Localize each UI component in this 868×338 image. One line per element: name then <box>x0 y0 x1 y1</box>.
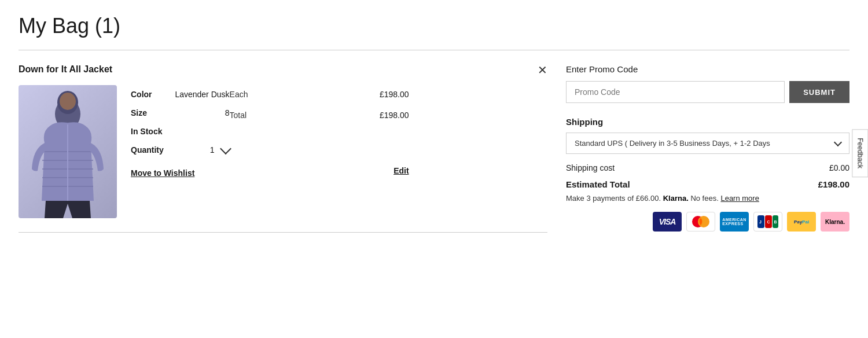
shipping-option-text: Standard UPS ( Delivery in 3-5 Business … <box>575 139 830 148</box>
total-price-row: Total £198.00 <box>230 111 409 120</box>
edit-button[interactable]: Edit <box>393 166 409 175</box>
svg-text:J: J <box>759 220 762 224</box>
product-details: Color Lavender Dusk Size 8 In Stock Quan… <box>131 85 230 218</box>
mastercard-icon <box>686 212 715 232</box>
pricing-column: Each £198.00 Total £198.00 Edit <box>230 85 409 218</box>
shipping-title: Shipping <box>566 117 849 127</box>
promo-submit-button[interactable]: SUBMIT <box>789 81 849 103</box>
klarna-brand: Klarna. <box>663 194 689 203</box>
amex-icon: AMERICANEXPRESS <box>720 212 749 232</box>
each-price-row: Each £198.00 <box>230 90 409 99</box>
promo-row: SUBMIT <box>566 81 849 103</box>
total-label: Total <box>230 111 247 120</box>
quantity-selector[interactable]: 1 <box>210 145 230 155</box>
product-image <box>19 85 117 218</box>
remove-item-button[interactable]: ✕ <box>538 64 547 76</box>
svg-text:B: B <box>774 220 777 224</box>
product-name: Down for It All Jacket <box>19 64 112 75</box>
payment-icons: VISA AMERICANEXPRESS J C <box>566 212 849 232</box>
feedback-label: Feedback <box>856 138 865 168</box>
cart-item-header: Down for It All Jacket ✕ <box>19 64 547 76</box>
klarna-info: Make 3 payments of £66.00. Klarna. No fe… <box>566 194 849 203</box>
move-to-wishlist-button[interactable]: Move to Wishlist <box>131 168 194 178</box>
each-label: Each <box>230 90 248 99</box>
size-label: Size <box>131 108 147 117</box>
shipping-chevron-icon <box>834 138 842 146</box>
klarna-no-fees: No fees. <box>690 194 718 203</box>
total-price: £198.00 <box>380 111 409 120</box>
klarna-payment-icon: Klarna. <box>821 212 849 232</box>
cart-item-body: Color Lavender Dusk Size 8 In Stock Quan… <box>19 85 230 218</box>
in-stock-label: In Stock <box>131 127 162 136</box>
jcb-icon: J C B <box>753 212 782 232</box>
shipping-cost-value: £0.00 <box>829 163 849 172</box>
shipping-option-selector[interactable]: Standard UPS ( Delivery in 3-5 Business … <box>566 133 849 154</box>
page-wrapper: My Bag (1) Down for It All Jacket ✕ <box>0 0 868 247</box>
feedback-tab[interactable]: Feedback <box>852 129 868 177</box>
quantity-row: Quantity 1 <box>131 145 230 155</box>
visa-icon: VISA <box>653 212 682 232</box>
header-divider <box>19 50 849 50</box>
cart-section: Down for It All Jacket ✕ <box>19 64 547 233</box>
color-row: Color Lavender Dusk <box>131 90 230 99</box>
size-row: Size 8 <box>131 108 230 117</box>
color-value: Lavender Dusk <box>175 90 229 99</box>
size-value: 8 <box>225 108 230 117</box>
shipping-section: Shipping Standard UPS ( Delivery in 3-5 … <box>566 117 849 154</box>
shipping-cost-label: Shipping cost <box>566 163 615 172</box>
klarna-payment-text: Make 3 payments of £66.00. <box>566 194 661 203</box>
cart-item-divider <box>19 232 547 233</box>
color-label: Color <box>131 90 152 99</box>
in-stock-row: In Stock <box>131 127 230 136</box>
svg-point-8 <box>60 93 76 110</box>
svg-text:C: C <box>767 220 770 224</box>
learn-more-link[interactable]: Learn more <box>720 194 759 203</box>
item-row-container: Color Lavender Dusk Size 8 In Stock Quan… <box>19 85 547 218</box>
paypal-icon: PayPal <box>787 212 816 232</box>
promo-label: Enter Promo Code <box>566 64 849 74</box>
estimated-total-value: £198.00 <box>818 179 849 189</box>
quantity-label: Quantity <box>131 145 164 155</box>
shipping-cost-row: Shipping cost £0.00 <box>566 163 849 172</box>
quantity-value: 1 <box>210 145 215 155</box>
sidebar-section: Enter Promo Code SUBMIT Shipping Standar… <box>566 64 849 233</box>
each-price: £198.00 <box>380 90 409 99</box>
estimated-total-label: Estimated Total <box>566 179 630 189</box>
estimated-total-row: Estimated Total £198.00 <box>566 179 849 189</box>
page-title: My Bag (1) <box>19 14 849 38</box>
main-content: Down for It All Jacket ✕ <box>19 64 849 233</box>
promo-input[interactable] <box>566 81 785 103</box>
